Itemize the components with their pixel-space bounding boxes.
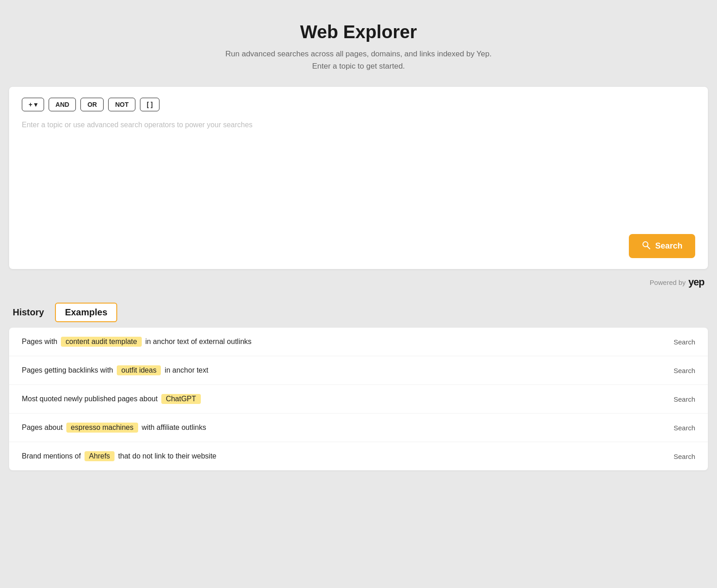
search-button[interactable]: Search: [629, 234, 695, 258]
example-row: Pages getting backlinks withoutfit ideas…: [9, 356, 708, 385]
example-row: Most quoted newly published pages aboutC…: [9, 385, 708, 414]
example-suffix: in anchor text of external outlinks: [145, 338, 252, 346]
example-search-link[interactable]: Search: [673, 395, 695, 403]
example-prefix: Pages about: [22, 424, 63, 432]
example-text: Pages getting backlinks withoutfit ideas…: [22, 365, 208, 375]
example-text: Brand mentions ofAhrefsthat do not link …: [22, 451, 216, 461]
tabs-row: History Examples: [9, 295, 708, 322]
example-highlight-tag: content audit template: [61, 337, 141, 347]
example-prefix: Pages with: [22, 338, 57, 346]
yep-logo: yep: [688, 276, 704, 288]
svg-line-1: [647, 246, 650, 249]
powered-by-text: Powered by: [650, 279, 686, 286]
search-card: + ▾ AND OR NOT [ ] Search: [9, 87, 708, 269]
example-text: Pages withcontent audit templatein ancho…: [22, 337, 252, 347]
example-search-link[interactable]: Search: [673, 338, 695, 346]
page-subtitle: Run advanced searches across all pages, …: [9, 48, 708, 72]
add-operator-button[interactable]: + ▾: [22, 98, 44, 111]
example-row: Pages aboutespresso machineswith affilia…: [9, 414, 708, 442]
example-suffix: with affiliate outlinks: [142, 424, 206, 432]
and-operator-button[interactable]: AND: [49, 98, 76, 111]
example-suffix: that do not link to their website: [118, 452, 216, 460]
example-search-link[interactable]: Search: [673, 453, 695, 460]
example-text: Pages aboutespresso machineswith affilia…: [22, 423, 206, 433]
example-highlight-tag: outfit ideas: [117, 365, 161, 375]
example-suffix: in anchor text: [164, 366, 208, 374]
examples-list: Pages withcontent audit templatein ancho…: [9, 328, 708, 470]
search-icon: [642, 240, 651, 252]
tab-examples[interactable]: Examples: [55, 303, 117, 322]
example-prefix: Pages getting backlinks with: [22, 366, 113, 374]
powered-by-row: Powered by yep: [0, 269, 717, 292]
search-footer: Search: [22, 234, 695, 258]
operator-row: + ▾ AND OR NOT [ ]: [22, 98, 695, 111]
example-prefix: Brand mentions of: [22, 452, 81, 460]
or-operator-button[interactable]: OR: [80, 98, 104, 111]
example-highlight-tag: espresso machines: [66, 423, 138, 433]
example-text: Most quoted newly published pages aboutC…: [22, 394, 201, 404]
page-title: Web Explorer: [9, 22, 708, 42]
example-row: Brand mentions ofAhrefsthat do not link …: [9, 442, 708, 470]
not-operator-button[interactable]: NOT: [108, 98, 135, 111]
example-search-link[interactable]: Search: [673, 424, 695, 432]
example-row: Pages withcontent audit templatein ancho…: [9, 328, 708, 356]
example-search-link[interactable]: Search: [673, 367, 695, 374]
example-prefix: Most quoted newly published pages about: [22, 395, 158, 403]
example-highlight-tag: Ahrefs: [85, 451, 115, 461]
search-input[interactable]: [22, 120, 695, 229]
group-operator-button[interactable]: [ ]: [140, 98, 159, 111]
history-examples-section: History Examples Pages withcontent audit…: [9, 295, 708, 470]
top-section: Web Explorer Run advanced searches acros…: [0, 0, 717, 87]
tab-history[interactable]: History: [13, 304, 44, 320]
search-button-label: Search: [655, 241, 682, 251]
example-highlight-tag: ChatGPT: [161, 394, 201, 404]
